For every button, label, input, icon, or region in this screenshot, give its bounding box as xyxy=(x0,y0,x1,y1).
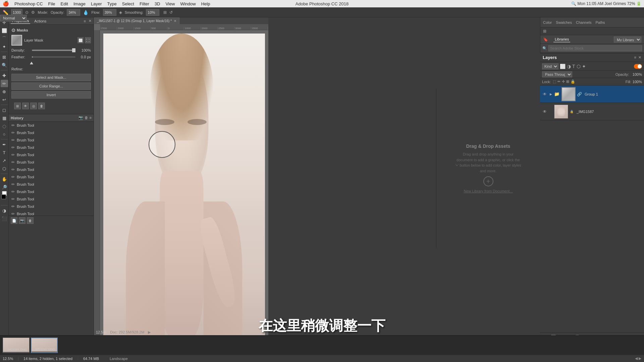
layer-mask-thumbnail[interactable] xyxy=(11,35,22,46)
brush-tool[interactable]: ✏ xyxy=(1,80,8,87)
history-snapshot-icon[interactable]: 📷 xyxy=(19,217,25,224)
layers-collapse-icon[interactable]: ≡ xyxy=(634,55,636,60)
libraries-main-tab[interactable]: Libraries xyxy=(553,37,570,42)
feather-slider[interactable] xyxy=(32,56,75,58)
quick-mask[interactable]: ◑ xyxy=(1,207,8,214)
filter-pixel-icon[interactable]: ⬜ xyxy=(560,64,566,69)
library-search-input[interactable] xyxy=(548,45,642,51)
menu-select[interactable]: Select xyxy=(122,1,134,6)
history-new-snapshot-icon[interactable]: 📷 xyxy=(78,116,83,120)
color-range-button[interactable]: Color Range... xyxy=(11,82,91,90)
mask-pixel-icon[interactable]: ⬜ xyxy=(77,37,84,43)
properties-options-icon[interactable]: ≡ xyxy=(84,19,86,23)
history-item-8[interactable]: ✏ Brush Tool xyxy=(9,181,94,188)
shape-tool[interactable]: ⬡ xyxy=(1,165,8,172)
menu-help[interactable]: Help xyxy=(201,1,210,6)
my-library-dropdown[interactable]: My Library xyxy=(614,37,641,43)
screen-mode[interactable]: ⬛ xyxy=(1,215,8,222)
opacity-value[interactable]: 100% xyxy=(630,72,642,76)
history-item-0[interactable]: ✏ Brush Tool xyxy=(9,122,94,129)
history-item-2[interactable]: ✏ Brush Tool xyxy=(9,136,94,144)
lasso-tool[interactable]: ⌒ xyxy=(1,35,8,42)
pen-tool[interactable]: ✒ xyxy=(1,141,8,148)
menu-window[interactable]: Window xyxy=(180,1,196,6)
forward-icon[interactable]: ▶ xyxy=(148,330,151,334)
filter-adjustment-icon[interactable]: ◑ xyxy=(567,64,571,69)
filmstrip-item-0[interactable]: _IMG1566.DNG xyxy=(3,338,30,353)
lock-all-icon[interactable]: 🔒 xyxy=(571,79,575,84)
paths-panel-tab[interactable]: Paths xyxy=(595,20,605,24)
layers-filter-select[interactable]: Kind xyxy=(542,63,558,69)
layer-expand-group1[interactable]: ▶ xyxy=(549,92,553,96)
flow-value[interactable]: 39% xyxy=(103,9,116,16)
library-panel-expand-icon[interactable]: ⊞ xyxy=(543,29,546,34)
select-mask-button[interactable]: Select and Mask... xyxy=(11,74,91,81)
menu-edit[interactable]: Edit xyxy=(61,1,68,6)
layers-close-icon[interactable]: ✕ xyxy=(638,55,641,60)
visibility-icon-btn[interactable]: ◎ xyxy=(30,103,37,109)
density-slider[interactable] xyxy=(32,50,75,51)
history-item-11[interactable]: ✏ Brush Tool xyxy=(9,203,94,210)
filter-icon-btn[interactable]: ⊞ xyxy=(14,103,21,109)
airbrush-icon[interactable]: 💧 xyxy=(83,10,89,15)
color-panel-tab[interactable]: Color xyxy=(543,20,552,24)
history-trash-icon[interactable]: 🗑 xyxy=(27,217,34,224)
menu-view[interactable]: View xyxy=(165,1,175,6)
menu-file[interactable]: File xyxy=(48,1,55,6)
history-item-3[interactable]: ✏ Brush Tool xyxy=(9,144,94,151)
channels-panel-tab[interactable]: Channels xyxy=(576,20,591,24)
layer-item-group1[interactable]: 👁 ▶ 📁 🔗 Group 1 xyxy=(540,85,644,103)
history-options-icon[interactable]: ≡ xyxy=(90,116,92,120)
menu-layer[interactable]: Layer xyxy=(91,1,102,6)
extra-brush-icon-2[interactable]: ↺ xyxy=(169,10,173,15)
layers-filter-toggle[interactable] xyxy=(634,64,642,69)
blur-tool[interactable]: ◌ xyxy=(1,122,8,130)
menu-type[interactable]: Type xyxy=(107,1,117,6)
fill-value[interactable]: 100% xyxy=(633,80,642,84)
filter-smart-icon[interactable]: ✦ xyxy=(582,64,586,69)
menu-3d[interactable]: 3D xyxy=(155,1,160,6)
brush-settings-icon[interactable]: ⚙ xyxy=(31,10,35,15)
brush-shape-icon[interactable]: ⊙ xyxy=(25,10,29,15)
history-item-10[interactable]: ✏ Brush Tool xyxy=(9,195,94,203)
eyedropper-tool[interactable]: 🔍 xyxy=(1,61,8,69)
zoom-tool[interactable]: 🔎 xyxy=(1,183,8,191)
lock-artboard-icon[interactable]: ⊞ xyxy=(566,79,569,84)
layer-item-img1587[interactable]: 👁 ▶ 🔒 _IMG1587 xyxy=(540,103,644,120)
menu-image[interactable]: Image xyxy=(73,1,86,6)
document-tab[interactable]: _IMG1587-1 @ 12.5% (Group 1, Layer Mask/… xyxy=(94,17,179,24)
history-create-doc-icon[interactable]: 📄 xyxy=(11,217,17,224)
layer-visibility-group1[interactable]: 👁 xyxy=(542,92,547,97)
dodge-tool[interactable]: ○ xyxy=(1,130,8,138)
history-item-12[interactable]: ✏ Brush Tool xyxy=(9,210,94,216)
hand-tool[interactable]: ✋ xyxy=(1,175,8,183)
menu-photoshop[interactable]: Photoshop CC xyxy=(14,1,43,6)
extra-brush-icon-1[interactable]: ⊞ xyxy=(163,10,167,15)
swatches-panel-tab[interactable]: Swatches xyxy=(556,20,572,24)
photo-canvas[interactable] xyxy=(103,34,265,339)
foreground-color[interactable] xyxy=(1,194,6,199)
density-slider-thumb[interactable] xyxy=(72,48,75,52)
layer-visibility-img1587[interactable]: 👁 xyxy=(542,109,547,114)
smoothing-value[interactable]: 10% xyxy=(146,9,159,16)
history-item-1[interactable]: ✏ Brush Tool xyxy=(9,129,94,136)
delete-mask-icon-btn[interactable]: 🗑 xyxy=(38,103,45,109)
healing-tool[interactable]: ✚ xyxy=(1,72,8,79)
filter-type-icon[interactable]: T xyxy=(572,64,575,69)
history-item-7[interactable]: ✏ Brush Tool xyxy=(9,173,94,181)
eye-icon-btn[interactable]: 👁 xyxy=(22,103,29,109)
canvas-area[interactable]: 2500 2000 1500 500 0 1000 2000 2500 3000… xyxy=(94,24,268,342)
crop-tool[interactable]: ⊠ xyxy=(1,53,8,61)
lock-transparent-icon[interactable]: ⬚ xyxy=(553,79,556,84)
libraries-icon[interactable]: 🔖 xyxy=(543,37,548,42)
invert-button[interactable]: Invert xyxy=(11,91,91,99)
zoom-value[interactable]: 12.5% xyxy=(96,330,106,334)
properties-close-icon[interactable]: ✕ xyxy=(89,19,92,23)
mask-vector-icon[interactable]: ⛶ xyxy=(85,37,91,43)
color-swatches[interactable] xyxy=(1,194,8,204)
filmstrip-item-1[interactable]: _IMG1587.DNG xyxy=(31,338,58,353)
path-selection-tool[interactable]: ↗ xyxy=(1,157,8,164)
history-brush-tool[interactable]: ↩ xyxy=(1,96,8,103)
lock-position-icon[interactable]: ✛ xyxy=(562,79,565,84)
gradient-tool[interactable]: ▦ xyxy=(1,114,8,122)
